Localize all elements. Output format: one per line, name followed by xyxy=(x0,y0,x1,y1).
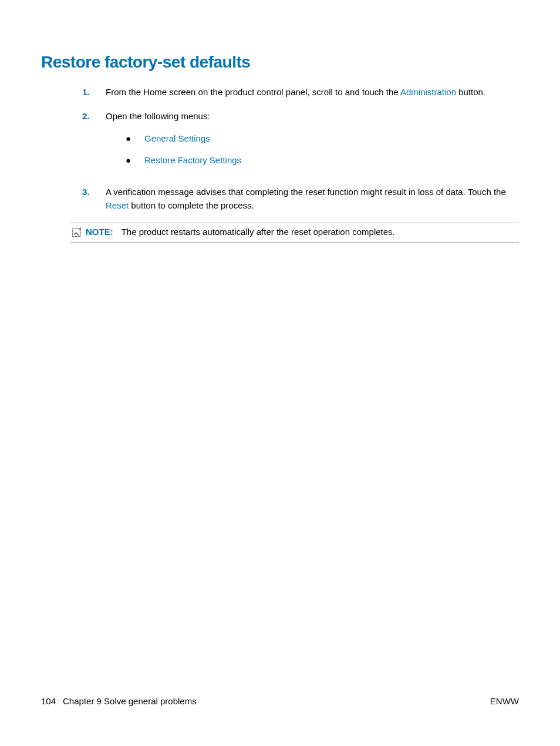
step-text: A verification message advises that comp… xyxy=(106,186,519,212)
note-text: The product restarts automatically after… xyxy=(122,227,395,237)
step-text-pre: Open the following menus: xyxy=(106,111,210,121)
bullet-icon: ● xyxy=(126,154,144,167)
footer-right: ENWW xyxy=(490,696,519,706)
general-settings-link: General Settings xyxy=(144,132,210,146)
note-icon xyxy=(70,227,83,238)
step-number: 1. xyxy=(82,86,106,99)
step-3: 3. A verification message advises that c… xyxy=(82,186,519,212)
submenu-item: ● Restore Factory Settings xyxy=(126,154,519,167)
page-heading: Restore factory-set defaults xyxy=(41,53,519,72)
restore-factory-settings-link: Restore Factory Settings xyxy=(144,154,241,167)
footer-left: 104 Chapter 9 Solve general problems xyxy=(41,696,197,706)
reset-link: Reset xyxy=(106,200,129,210)
steps-list: 1. From the Home screen on the product c… xyxy=(82,86,519,212)
submenu-item: ● General Settings xyxy=(126,132,519,146)
step-text: Open the following menus: ● General Sett… xyxy=(106,110,519,176)
step-text-pre: A verification message advises that comp… xyxy=(106,187,506,197)
step-text-post: button. xyxy=(456,87,485,97)
step-number: 3. xyxy=(82,186,106,212)
step-text: From the Home screen on the product cont… xyxy=(106,86,519,99)
note-label: NOTE: xyxy=(86,227,113,237)
administration-link: Administration xyxy=(400,87,456,97)
step-1: 1. From the Home screen on the product c… xyxy=(82,86,519,99)
step-text-pre: From the Home screen on the product cont… xyxy=(106,87,400,97)
note-callout: NOTE: The product restarts automatically… xyxy=(70,223,519,243)
chapter-title: Chapter 9 Solve general problems xyxy=(63,696,197,706)
step-2: 2. Open the following menus: ● General S… xyxy=(82,110,519,176)
page-number: 104 xyxy=(41,696,56,706)
bullet-icon: ● xyxy=(126,132,144,146)
submenu-list: ● General Settings ● Restore Factory Set… xyxy=(126,132,519,167)
page-footer: 104 Chapter 9 Solve general problems ENW… xyxy=(41,696,519,706)
step-text-post: button to complete the process. xyxy=(129,200,254,210)
step-number: 2. xyxy=(82,110,106,176)
